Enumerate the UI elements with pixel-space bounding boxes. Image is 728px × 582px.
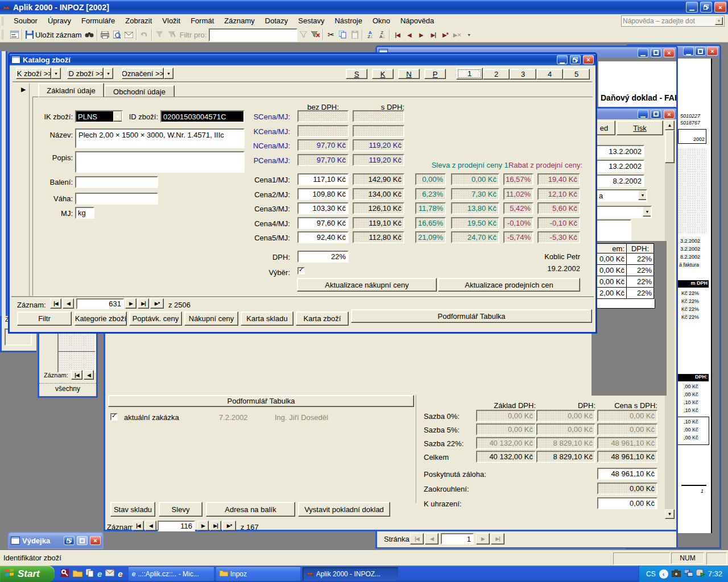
apply-filter-icon[interactable] [297, 29, 309, 40]
vydejka-titlebar[interactable]: Výdejka × [9, 533, 102, 548]
letter-button-p[interactable]: P [424, 69, 446, 79]
first-page-button[interactable]: |◀ [410, 533, 424, 544]
zaloha-field[interactable]: 48 961,10 Kč [597, 468, 657, 480]
letter-button-s[interactable]: S [346, 69, 367, 79]
save-record-icon[interactable]: Uložit záznam [24, 29, 84, 40]
language-indicator[interactable]: CS [646, 570, 656, 578]
minimize-icon[interactable]: ▁ [638, 48, 648, 57]
maximize-icon[interactable] [651, 110, 661, 119]
page-button-1[interactable]: 1 [456, 68, 483, 80]
close-icon[interactable]: × [90, 536, 101, 545]
chevron-down-icon[interactable]: ▼ [715, 17, 723, 25]
menubar-grip[interactable] [2, 16, 7, 26]
datasheet-row[interactable]: 22% [627, 253, 654, 265]
restore-icon[interactable] [64, 536, 75, 545]
help-search-combo[interactable]: Nápověda – zadejte dot ▼ [621, 15, 725, 27]
vystavit-pokladni-doklad-button[interactable]: Vystavit pokladní doklad [298, 502, 390, 517]
menu-soubor[interactable]: Soubor [9, 15, 43, 26]
toolbar-options-icon[interactable]: ▼ [463, 29, 475, 40]
date-field[interactable]: 13.2.2002 [596, 160, 644, 172]
karta-skladu-button[interactable]: Karta skladu [241, 311, 293, 326]
prev-record-icon[interactable]: ◀ [403, 29, 415, 40]
new-record-icon[interactable]: ▶* [439, 29, 451, 40]
menu-formulare[interactable]: Formuláře [76, 15, 120, 26]
tab-zakladni-udaje[interactable]: Základní údaje [38, 83, 104, 97]
cut-icon[interactable]: ✂ [325, 29, 337, 40]
last-record-button[interactable]: ▶| [210, 521, 221, 531]
toolbar-grip[interactable] [2, 30, 7, 40]
menu-napoveda[interactable]: Nápověda [395, 15, 439, 26]
menu-vlozit[interactable]: Vložit [157, 15, 185, 26]
sort-ascending-icon[interactable]: AZ↓ [364, 29, 376, 40]
maximize-icon[interactable] [77, 536, 88, 545]
letter-button-n[interactable]: N [398, 69, 420, 79]
restore-icon[interactable] [700, 2, 712, 13]
maximize-icon[interactable] [651, 48, 661, 57]
print-preview-icon[interactable] [111, 29, 123, 40]
chevron-down-icon[interactable]: ▼ [113, 111, 122, 122]
next-record-icon[interactable]: ▶ [415, 29, 427, 40]
karta-zbozi-button[interactable]: Karta zboží [296, 311, 349, 326]
ik-zbozi-combo[interactable]: PLNS ▼ [75, 110, 123, 123]
form-view-icon[interactable] [9, 29, 20, 40]
prev-record-button[interactable]: ◀ [84, 370, 94, 380]
filter-wizard-icon[interactable] [154, 29, 166, 40]
datasheet-row[interactable]: 22% [627, 265, 654, 276]
next-record-button[interactable]: ▶ [125, 298, 136, 309]
chevron-down-icon[interactable]: ▼ [638, 190, 647, 200]
task-aplik-cz[interactable]: e ..::Aplik.cz::.. - Mic... [129, 567, 214, 581]
maximize-icon[interactable] [695, 47, 706, 56]
menu-zobrazit[interactable]: Zobrazit [120, 15, 157, 26]
prev-record-button[interactable]: ◀ [63, 298, 74, 309]
menu-zaznamy[interactable]: Záznamy [219, 15, 259, 26]
date-field[interactable]: 8.2.2002 [596, 174, 644, 187]
aktualizace-prodejnich-button[interactable]: Aktualizace prodejních cen [438, 278, 580, 292]
menu-format[interactable]: Formát [185, 15, 219, 26]
first-record-button[interactable]: |◀ [71, 370, 82, 380]
new-record-button[interactable]: ▶* [222, 521, 236, 531]
dph-field[interactable]: 22% [297, 251, 349, 263]
restore-icon[interactable] [570, 55, 581, 64]
folder-icon[interactable] [73, 569, 82, 579]
katalog-titlebar[interactable]: Katalog zboží ▁ × [10, 54, 595, 65]
cena3-bez-field[interactable]: 103,30 Kč [297, 202, 349, 214]
cena2-bez-field[interactable]: 109,80 Kč [297, 188, 349, 200]
mj-field[interactable]: kg [75, 207, 94, 219]
zakazka-checkbox[interactable] [110, 413, 118, 421]
prev-page-button[interactable]: ◀ [425, 533, 439, 544]
next-page-button[interactable]: ▶ [476, 533, 490, 544]
record-number-field[interactable]: 631 [76, 298, 124, 309]
chevron-down-icon[interactable]: ▼ [643, 206, 652, 217]
task-inpoz[interactable]: Inpoz [216, 567, 300, 581]
nakupni-ceny-button[interactable]: Nákupní ceny [184, 311, 238, 326]
find-icon[interactable] [84, 29, 96, 40]
last-record-button[interactable]: ▶| [138, 298, 149, 309]
documents-icon[interactable] [86, 569, 94, 579]
tab-obchodni-udaje[interactable]: Obchodní údaje [104, 85, 175, 97]
menu-nastroje[interactable]: Nástroje [329, 15, 367, 26]
baleni-field[interactable] [75, 176, 158, 188]
access-icon[interactable] [60, 568, 69, 579]
new-record-button[interactable]: ▶* [150, 298, 164, 309]
last-record-icon[interactable]: ▶| [427, 29, 439, 40]
prev-record-button[interactable]: ◀ [145, 521, 156, 531]
menu-upravy[interactable]: Úpravy [43, 15, 76, 26]
record-number-field[interactable]: 116 [158, 521, 195, 531]
mail-icon[interactable] [123, 29, 135, 40]
ie-news-icon[interactable]: e [118, 569, 122, 579]
menu-sestavy[interactable]: Sestavy [293, 15, 329, 26]
page-button-2[interactable]: 2 [483, 69, 510, 80]
slevy-button[interactable]: Slevy [159, 502, 202, 517]
tisk-button[interactable]: Tisk [617, 120, 663, 135]
menu-okno[interactable]: Okno [367, 15, 395, 26]
next-record-button[interactable]: ▶ [197, 521, 209, 531]
scroll-down-icon[interactable]: ▼ [665, 509, 675, 519]
minimize-icon[interactable]: ▁ [638, 110, 648, 119]
minimize-icon[interactable]: ▁ [686, 2, 698, 13]
start-button[interactable]: Start [0, 566, 55, 582]
clock[interactable]: 7:32 [708, 569, 722, 578]
oznaceni-dropdown[interactable]: ▼ [164, 68, 173, 79]
undo-icon[interactable] [138, 29, 150, 40]
cena4-bez-field[interactable]: 97,60 Kč [297, 217, 349, 229]
hide-tray-icons-button[interactable]: ‹ [659, 569, 668, 579]
